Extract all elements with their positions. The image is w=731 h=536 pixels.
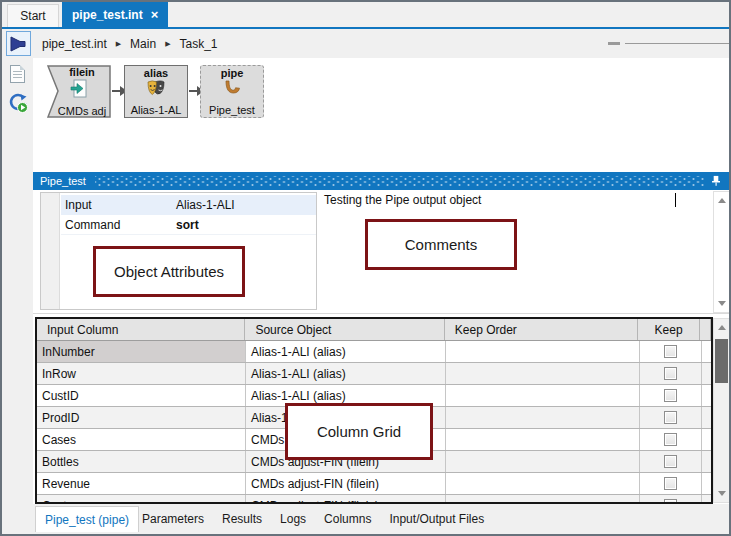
scroll-up-icon[interactable] (714, 193, 729, 208)
tab-start[interactable]: Start (7, 4, 59, 27)
attribute-value[interactable]: sort (176, 218, 199, 232)
cell-input-column[interactable]: CustID (37, 385, 246, 406)
cell-input-column[interactable]: InNumber (37, 341, 246, 362)
cell-keep (640, 495, 702, 502)
grid-header-row: Input Column Source Object Keep Order Ke… (37, 319, 711, 341)
cell-keep (640, 429, 702, 450)
keep-checkbox[interactable] (664, 477, 677, 490)
flow-canvas[interactable]: filein CMDs adj alias (33, 58, 729, 172)
cell-keep (640, 341, 702, 362)
node-name-label: Alias-1-AL (125, 104, 187, 116)
grid-header-filler (700, 319, 711, 340)
refresh-run-icon[interactable] (7, 92, 29, 114)
cell-source-object[interactable]: Alias-1-ALI (alias) (246, 341, 446, 362)
breadcrumb-item-task[interactable]: Task_1 (180, 37, 218, 51)
tab-pipe-test[interactable]: pipe_test.int × (62, 2, 168, 27)
pin-icon[interactable] (710, 175, 722, 187)
grid-row-cost-partial[interactable]: Cost CMDs adjust-FIN (filein) (37, 495, 711, 502)
grid-header-keep-order[interactable]: Keep Order (445, 319, 638, 340)
comments-scrollbar[interactable] (713, 191, 730, 313)
keep-checkbox[interactable] (664, 389, 677, 402)
collapse-handle-icon[interactable] (608, 42, 620, 45)
node-name-label: Pipe_test (201, 104, 263, 116)
grid-header-keep[interactable]: Keep (638, 319, 700, 340)
attribute-row-gutter (41, 193, 60, 309)
cell-keep (640, 407, 702, 428)
text-caret (675, 193, 676, 207)
scrollbar-thumb[interactable] (715, 339, 728, 383)
panel-dotted-pattern (95, 176, 705, 186)
attribute-row-input[interactable]: Input Alias-1-ALI (61, 195, 316, 215)
masks-icon (125, 80, 187, 98)
cell-keep (640, 363, 702, 384)
cell-keep-order[interactable] (446, 407, 640, 428)
divider (33, 313, 729, 314)
panel-header[interactable]: Pipe_test (33, 172, 729, 190)
cell-keep (640, 385, 702, 406)
scroll-down-icon[interactable] (714, 486, 729, 501)
keep-checkbox[interactable] (664, 367, 677, 380)
scroll-up-icon[interactable] (714, 320, 729, 335)
cell-source-object[interactable]: Alias-1-ALI (alias) (246, 363, 446, 384)
cell-keep-order[interactable] (446, 341, 640, 362)
tab-results[interactable]: Results (222, 512, 262, 526)
keep-checkbox[interactable] (664, 455, 677, 468)
keep-checkbox[interactable] (664, 411, 677, 424)
run-button[interactable] (6, 31, 31, 56)
cell-keep-order[interactable] (446, 385, 640, 406)
keep-checkbox[interactable] (664, 345, 677, 358)
panel-title: Pipe_test (40, 175, 86, 187)
attribute-label: Input (61, 198, 176, 212)
connector-arrow (189, 90, 198, 92)
file-arrow-icon (47, 79, 111, 99)
breadcrumb-item-main[interactable]: Main (130, 37, 156, 51)
breadcrumb-item-file[interactable]: pipe_test.int (42, 37, 107, 51)
grid-header-source-object[interactable]: Source Object (245, 319, 444, 340)
chevron-right-icon: ▶ (116, 40, 121, 48)
cell-keep-order[interactable] (446, 451, 640, 472)
keep-checkbox[interactable] (664, 499, 677, 502)
cell-input-column[interactable]: Cost (37, 495, 246, 502)
cell-keep-order[interactable] (446, 495, 640, 502)
app-window: Start pipe_test.int × pipe_test.int ▶ Ma… (0, 0, 731, 536)
cell-keep-order[interactable] (446, 473, 640, 494)
grid-row-innumber[interactable]: InNumber Alias-1-ALI (alias) (37, 341, 711, 363)
node-filein[interactable]: filein CMDs adj (47, 65, 111, 118)
page-fold (20, 65, 25, 70)
document-icon[interactable] (10, 65, 25, 83)
close-icon[interactable]: × (151, 7, 159, 22)
left-toolbar (2, 58, 33, 534)
node-alias[interactable]: alias Alias-1-AL (124, 65, 188, 118)
cell-input-column[interactable]: Cases (37, 429, 246, 450)
annotation-object-attributes: Object Attributes (93, 246, 245, 297)
grid-row-inrow[interactable]: InRow Alias-1-ALI (alias) (37, 363, 711, 385)
cell-source-object[interactable]: CMDs adjust-FIN (filein) (246, 473, 446, 494)
node-pipe[interactable]: pipe Pipe_test (200, 65, 264, 118)
cell-keep-order[interactable] (446, 363, 640, 384)
node-type-label: filein (47, 66, 111, 78)
tab-parameters[interactable]: Parameters (142, 512, 204, 526)
keep-checkbox[interactable] (664, 433, 677, 446)
run-icon (10, 36, 27, 52)
attribute-row-command[interactable]: Command sort (61, 215, 316, 235)
tab-logs[interactable]: Logs (280, 512, 306, 526)
tab-input-output-files[interactable]: Input/Output Files (389, 512, 484, 526)
bottom-tab-bar: Pipe_test (pipe) Parameters Results Logs… (2, 504, 729, 534)
tab-columns[interactable]: Columns (324, 512, 371, 526)
cell-input-column[interactable]: ProdID (37, 407, 246, 428)
cell-input-column[interactable]: InRow (37, 363, 246, 384)
annotation-column-grid: Column Grid (285, 403, 433, 460)
grid-scrollbar[interactable] (713, 318, 730, 503)
scroll-down-icon[interactable] (714, 296, 729, 311)
cell-input-column[interactable]: Bottles (37, 451, 246, 472)
cell-input-column[interactable]: Revenue (37, 473, 246, 494)
tab-pipe-test-pipe[interactable]: Pipe_test (pipe) (35, 506, 139, 532)
cell-keep-order[interactable] (446, 429, 640, 450)
grid-row-revenue[interactable]: Revenue CMDs adjust-FIN (filein) (37, 473, 711, 495)
cell-source-object[interactable]: CMDs adjust-FIN (filein) (246, 495, 446, 502)
node-name-label: CMDs adj (47, 105, 111, 117)
grid-header-input-column[interactable]: Input Column (37, 319, 245, 340)
attribute-label: Command (61, 218, 176, 232)
attribute-value[interactable]: Alias-1-ALI (176, 198, 235, 212)
breadcrumb-toolbar: pipe_test.int ▶ Main ▶ Task_1 (2, 29, 729, 58)
